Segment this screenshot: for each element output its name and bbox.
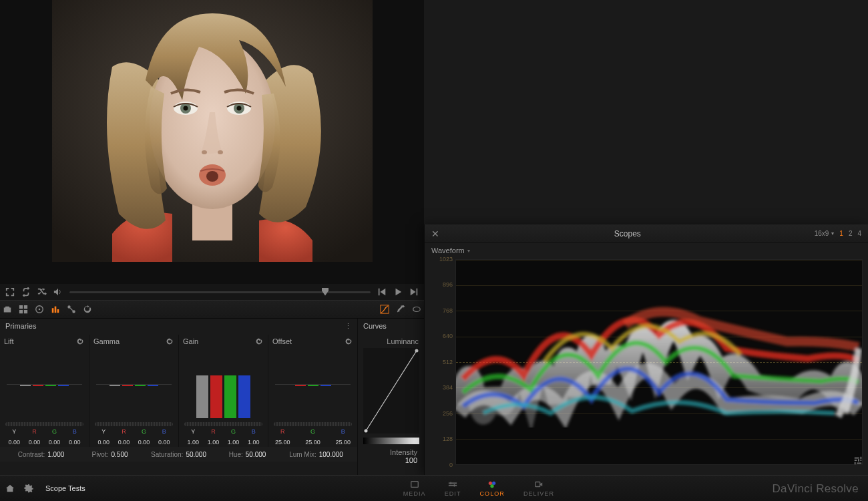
- nav-tab-edit[interactable]: EDIT: [435, 480, 471, 497]
- svg-point-8: [236, 106, 241, 111]
- param-contrast:[interactable]: Contrast:1.000: [7, 451, 75, 458]
- nodes-icon[interactable]: [67, 305, 76, 314]
- reset-icon[interactable]: [165, 337, 174, 346]
- layout-2-button[interactable]: 2: [849, 230, 853, 237]
- bar-b[interactable]: [238, 375, 250, 418]
- param-saturation:[interactable]: Saturation:50.000: [144, 451, 213, 458]
- grid-icon[interactable]: [19, 305, 28, 314]
- group-label: Gain: [183, 337, 198, 345]
- value-y[interactable]: Y1.00: [184, 429, 203, 447]
- curves-icon[interactable]: [380, 305, 389, 314]
- svg-point-19: [72, 310, 75, 313]
- value-b[interactable]: B0.00: [65, 429, 84, 447]
- reset-icon[interactable]: [75, 337, 85, 346]
- curve-editor[interactable]: [363, 348, 419, 434]
- play-button[interactable]: [393, 287, 403, 297]
- timeline-scrubber[interactable]: [69, 291, 371, 293]
- value-g[interactable]: G0.00: [134, 429, 154, 447]
- value-r[interactable]: R0.00: [114, 429, 134, 447]
- value-y[interactable]: Y0.00: [5, 429, 24, 447]
- loop-icon[interactable]: [21, 287, 31, 297]
- scope-y-axis: 10238967686405123842561280: [429, 259, 454, 465]
- value-y[interactable]: Y0.00: [94, 429, 114, 447]
- scopes-panel: ✕ Scopes 16x9 1 2 4 Waveform 10238967686…: [424, 224, 868, 475]
- svg-rect-26: [411, 482, 418, 488]
- svg-rect-16: [55, 307, 57, 313]
- home-icon[interactable]: [5, 484, 15, 493]
- shuffle-icon[interactable]: [37, 287, 47, 297]
- svg-rect-29: [451, 482, 451, 485]
- luma-ramp: [363, 438, 419, 444]
- param-hue:[interactable]: Hue:50.000: [213, 451, 282, 458]
- svg-point-33: [491, 484, 494, 488]
- panel-menu-icon[interactable]: ⋮: [345, 322, 352, 331]
- page-navbar: Scope Tests MEDIAEDITCOLORDELIVER: [0, 475, 868, 501]
- primaries-panel: Primaries ⋮ LiftY0.00R0.00G0.00B0.00Gamm…: [0, 319, 357, 475]
- value-g[interactable]: G1.00: [224, 429, 243, 447]
- svg-point-21: [413, 307, 421, 312]
- reset-icon[interactable]: [344, 337, 353, 346]
- value-b[interactable]: B0.00: [154, 429, 174, 447]
- eyedropper-icon[interactable]: [396, 305, 405, 314]
- value-r[interactable]: R1.00: [204, 429, 223, 447]
- curves-panel: Curves Luminanc Intensity 100: [357, 319, 424, 475]
- param-lum mix:[interactable]: Lum Mix:100.000: [282, 451, 351, 458]
- svg-point-5: [183, 106, 188, 111]
- aspect-dropdown[interactable]: 16x9: [815, 230, 835, 237]
- intensity-value[interactable]: 100: [363, 456, 417, 464]
- param-pivot:[interactable]: Pivot:0.500: [75, 451, 144, 458]
- value-g[interactable]: G25.00: [303, 429, 322, 447]
- app-watermark: DaVinci Resolve: [772, 482, 859, 496]
- svg-point-18: [67, 305, 70, 308]
- viewer-panel: [0, 0, 424, 287]
- next-clip-button[interactable]: [409, 287, 419, 297]
- bar-r[interactable]: [210, 375, 222, 418]
- qualifier-icon[interactable]: [412, 305, 421, 314]
- waveform-scope[interactable]: [455, 259, 863, 465]
- intensity-label: Intensity: [390, 448, 417, 456]
- svg-rect-27: [449, 482, 457, 484]
- value-b[interactable]: B25.00: [333, 429, 353, 447]
- svg-rect-30: [454, 484, 455, 487]
- value-r[interactable]: R25.00: [273, 429, 292, 447]
- svg-point-24: [365, 430, 368, 433]
- primaries-title: Primaries: [5, 322, 345, 330]
- value-r[interactable]: R0.00: [25, 429, 44, 447]
- playhead-icon[interactable]: [322, 288, 329, 296]
- volume-icon[interactable]: [53, 287, 63, 297]
- project-name[interactable]: Scope Tests: [43, 484, 85, 492]
- control-group-gamma: GammaY0.00R0.00G0.00B0.00: [89, 335, 179, 447]
- value-b[interactable]: B1.00: [244, 429, 263, 447]
- control-group-lift: LiftY0.00R0.00G0.00B0.00: [0, 335, 89, 447]
- primaries-bars-icon[interactable]: [51, 305, 60, 314]
- group-label: Offset: [272, 337, 292, 345]
- bar-y[interactable]: [196, 375, 208, 418]
- close-icon[interactable]: ✕: [431, 229, 441, 238]
- reset-icon[interactable]: [83, 305, 92, 314]
- scope-type-dropdown[interactable]: Waveform: [431, 246, 470, 255]
- expand-icon[interactable]: [5, 287, 15, 297]
- value-g[interactable]: G0.00: [45, 429, 64, 447]
- settings-icon[interactable]: [24, 484, 33, 493]
- reset-icon[interactable]: [254, 337, 264, 346]
- nav-tab-media[interactable]: MEDIA: [394, 480, 435, 497]
- prev-clip-button[interactable]: [377, 287, 387, 297]
- camera-raw-icon[interactable]: [3, 305, 12, 314]
- nav-tab-color[interactable]: COLOR: [471, 480, 514, 497]
- layout-4-button[interactable]: 4: [857, 230, 861, 237]
- layout-1-button[interactable]: 1: [839, 230, 843, 237]
- bar-g[interactable]: [224, 375, 236, 418]
- svg-rect-17: [57, 309, 59, 313]
- nav-tab-deliver[interactable]: DELIVER: [514, 480, 564, 497]
- svg-point-9: [202, 150, 207, 154]
- svg-point-14: [39, 309, 41, 311]
- playback-bar: [0, 284, 424, 300]
- svg-point-31: [489, 482, 492, 485]
- viewer-canvas[interactable]: [52, 0, 373, 262]
- scope-settings-icon[interactable]: [853, 456, 863, 465]
- svg-point-10: [218, 150, 223, 154]
- color-toolbar: [0, 300, 424, 319]
- svg-point-12: [206, 171, 218, 182]
- color-wheels-icon[interactable]: [35, 305, 44, 314]
- preview-image: [52, 0, 373, 262]
